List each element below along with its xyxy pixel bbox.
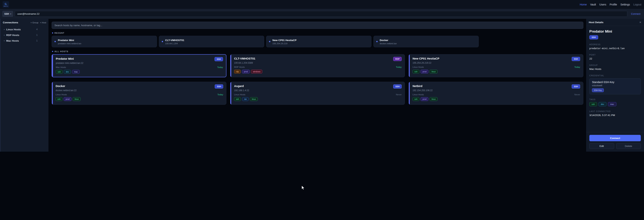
host-last-connected: Today (217, 66, 223, 68)
group-name: Mac Hosts (6, 39, 19, 42)
tag-prod: prod (421, 70, 428, 73)
host-meta: RDP HostsToday (234, 66, 402, 68)
section-dot-icon (52, 32, 53, 34)
host-last-connected: Today (217, 93, 223, 96)
recent-host-hostname: 100.64.1.204 (165, 42, 184, 45)
recent-host-card[interactable]: Dockerdocker.netbird.lan (374, 36, 479, 47)
protocol-badge: SSH (215, 84, 223, 88)
host-meta: Linux HostsToday (412, 66, 580, 68)
tag-ssh: ssh (412, 97, 419, 101)
host-card[interactable]: NetbirdSSH192.154.253.106:22Linux HostsN… (408, 82, 583, 105)
sidebar-group-rdp-hosts[interactable]: ▸RDP Hosts1 (3, 32, 46, 38)
tag-windows: windows (251, 70, 262, 73)
status-dot-icon (54, 41, 56, 42)
recent-host-hostname: predator-mini.netbird.lan (58, 42, 81, 45)
content-area: Connections + Group + Host ▸Linux Hosts4… (0, 19, 644, 152)
close-icon[interactable]: ✕ (639, 21, 641, 24)
tag-rdp: rdp (234, 70, 241, 73)
all-hosts-section-header: ALL HOSTS (52, 50, 580, 53)
host-card-top: CLT-VMHOST01RDP (234, 57, 402, 61)
host-name: New CP01 HestiaCP (412, 57, 440, 60)
nav-link-home[interactable]: Home (580, 3, 587, 6)
host-name: Asgard (234, 84, 244, 88)
group-name: Linux Hosts (6, 28, 21, 31)
sidebar-group-mac-hosts[interactable]: ▸Mac Hosts1 (3, 38, 46, 44)
tag-mac: mac (72, 70, 80, 74)
credential-type-badge: SSH Key (592, 88, 604, 92)
host-details-title: Host Details (589, 21, 604, 24)
host-card[interactable]: AsgardSSH192.168.1.4:22Linux HostsNevers… (230, 82, 405, 105)
protocol-badge: SSH (214, 57, 223, 61)
host-card-top: NetbirdSSH (412, 84, 580, 88)
host-tags: sshprodlinux (412, 97, 580, 101)
detail-protocol-badge: SSH (589, 35, 598, 39)
host-card[interactable]: CLT-VMHOST01RDP100.64.1.204:3389RDP Host… (230, 54, 405, 77)
nav-link-profile[interactable]: Profile (610, 3, 617, 6)
host-details-panel: Host Details ✕ Predator Mini SSH ADDRESS… (586, 19, 644, 152)
recent-host-name: New CP01 HestiaCP (272, 38, 296, 42)
sidebar-group-linux-hosts[interactable]: ▸Linux Hosts4 (3, 27, 46, 32)
add-host-button[interactable]: + Host (40, 22, 46, 24)
sidebar-title: Connections (3, 21, 18, 24)
protocol-select[interactable]: SSH ▾ (2, 11, 13, 17)
host-tags: sshprodlinux (412, 70, 580, 73)
edit-button[interactable]: Edit (589, 143, 614, 149)
mouse-cursor (302, 185, 306, 190)
host-last-connected: Today (574, 66, 580, 68)
detail-host-name: Predator Mini (589, 29, 641, 34)
host-card[interactable]: Predator MiniSSHpredator-mini.netbird.la… (52, 54, 226, 77)
nav-link-vault[interactable]: Vault (590, 3, 596, 6)
host-hostname: docker.netbird.lan:22 (56, 89, 223, 92)
recent-host-card[interactable]: CLT-VMHOST01100.64.1.204 (159, 36, 264, 47)
host-card-top: New CP01 HestiaCPSSH (412, 57, 580, 61)
tag-ssh: ssh (589, 102, 597, 106)
chevron-right-icon: ▸ (4, 40, 6, 42)
group-count: 4 (36, 28, 45, 31)
tag-prod: prod (64, 97, 72, 101)
host-meta: Mac HostsToday (56, 66, 223, 68)
host-card[interactable]: New CP01 HestiaCPSSH155.254.29.219:22Lin… (408, 54, 583, 77)
group-count: 1 (36, 34, 45, 36)
port-label: PORT (589, 54, 641, 56)
connect-button[interactable]: Connect (589, 135, 641, 141)
host-card-top: Predator MiniSSH (56, 57, 223, 61)
nav-link-logout[interactable]: Logout (633, 3, 641, 6)
connection-input[interactable] (15, 11, 627, 17)
host-tags: sshdevmac (56, 70, 223, 74)
host-tags: sshlablinux (234, 97, 402, 101)
search-input[interactable] (52, 22, 583, 29)
delete-button[interactable]: Delete (616, 143, 641, 149)
recent-host-card[interactable]: New CP01 HestiaCP155.254.29.219 (266, 36, 372, 47)
host-group: Linux Hosts (412, 93, 424, 96)
host-card[interactable]: DockerSSHdocker.netbird.lan:22Linux Host… (52, 82, 226, 105)
host-group: Mac Hosts (56, 66, 66, 68)
group-count: 1 (36, 39, 45, 42)
app-logo[interactable]: WRAITH (3, 1, 9, 8)
recent-hosts-row: Predator Minipredator-mini.netbird.lanCL… (52, 36, 580, 47)
nav-link-settings[interactable]: Settings (620, 3, 630, 6)
host-hostname: 100.64.1.204:3389 (234, 62, 402, 64)
add-group-button[interactable]: + Group (30, 22, 38, 24)
group-name: RDP Hosts (6, 34, 19, 37)
port-value: 22 (589, 57, 641, 60)
host-hostname: predator-mini.netbird.lan:22 (56, 62, 223, 64)
hosts-grid: Predator MiniSSHpredator-mini.netbird.la… (52, 54, 580, 105)
recent-section-label: RECENT (54, 32, 64, 34)
recent-host-hostname: 155.254.29.219 (272, 42, 296, 45)
host-card-top: AsgardSSH (234, 84, 402, 88)
host-card-top: DockerSSH (56, 84, 223, 88)
nav-link-users[interactable]: Users (599, 3, 606, 6)
host-hostname: 192.168.1.4:22 (234, 89, 402, 92)
ghost-icon (4, 2, 8, 6)
host-name: Predator Mini (56, 57, 74, 60)
tag-ssh: ssh (412, 70, 419, 73)
host-tags: rdpprodwindows (234, 70, 402, 73)
quick-connect-button[interactable]: Connect (631, 13, 640, 15)
recent-host-card[interactable]: Predator Minipredator-mini.netbird.lan (52, 36, 157, 47)
host-hostname: 192.154.253.106:22 (412, 89, 580, 92)
detail-tags: sshdevmac (589, 102, 641, 106)
credential-card[interactable]: Standard-SSH-Key vstockwell SSH Key (589, 78, 641, 94)
main-panel: RECENT Predator Minipredator-mini.netbir… (48, 19, 583, 152)
host-tags: sshprodlinux (56, 97, 223, 101)
address-label: ADDRESS (589, 43, 641, 46)
